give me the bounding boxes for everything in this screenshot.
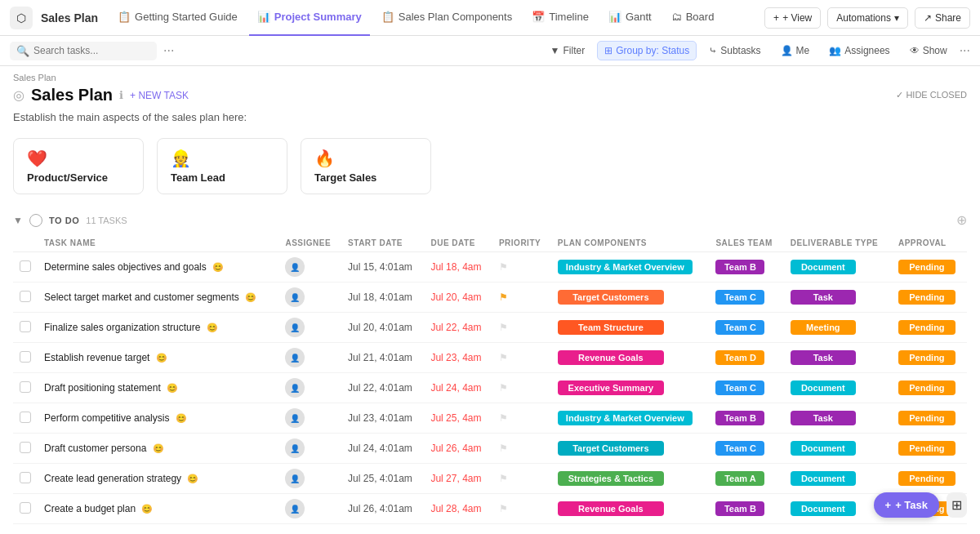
tab-project-summary[interactable]: 📊 Project Summary [249, 0, 370, 36]
row-task-name[interactable]: Determine sales objectives and goals 😊 [38, 252, 278, 283]
row-checkbox[interactable] [13, 464, 38, 494]
row-assignee[interactable]: 👤 [278, 464, 341, 494]
row-approval[interactable]: Pending [892, 283, 967, 313]
row-assignee[interactable]: 👤 [278, 283, 341, 313]
row-plan-component[interactable]: Revenue Goals [551, 343, 710, 373]
row-task-name[interactable]: Draft positioning statement 😊 [38, 373, 278, 403]
assignees-button[interactable]: 👥 Assignees [822, 41, 897, 60]
row-deliverable-type[interactable]: Meeting [784, 313, 892, 343]
row-plan-component[interactable]: Target Customers [551, 283, 710, 313]
row-plan-component[interactable]: Strategies & Tactics [551, 464, 710, 494]
tab-timeline[interactable]: 📅 Timeline [523, 0, 597, 36]
row-plan-component[interactable]: Revenue Goals [551, 494, 710, 524]
row-sales-team[interactable]: Team C [709, 434, 783, 464]
row-task-name[interactable]: Finalize sales organization structure 😊 [38, 313, 278, 343]
search-box[interactable]: 🔍 [10, 42, 157, 60]
subtasks-button[interactable]: ⤷ Subtasks [702, 41, 768, 60]
row-checkbox[interactable] [13, 403, 38, 434]
row-approval[interactable]: Pending [892, 434, 967, 464]
row-priority[interactable]: ⚑ [492, 403, 551, 434]
add-task-float-button[interactable]: + + Task [874, 492, 939, 518]
add-column-icon[interactable]: ⊕ [956, 212, 967, 228]
share-button[interactable]: ↗ Share [915, 7, 970, 29]
row-approval[interactable]: Pending [892, 343, 967, 373]
row-sales-team[interactable]: Team B [709, 252, 783, 283]
new-task-button[interactable]: + NEW TASK [130, 90, 189, 101]
row-assignee[interactable]: 👤 [278, 434, 341, 464]
row-task-name[interactable]: Draft customer persona 😊 [38, 434, 278, 464]
row-checkbox[interactable] [13, 252, 38, 283]
extra-options-icon[interactable]: ··· [960, 43, 970, 58]
row-sales-team[interactable]: Team D [709, 343, 783, 373]
row-deliverable-type[interactable]: Document [784, 434, 892, 464]
row-sales-team[interactable]: Team B [709, 494, 783, 524]
row-plan-component[interactable]: Industry & Market Overview [551, 403, 710, 434]
row-deliverable-type[interactable]: Task [784, 343, 892, 373]
row-plan-component[interactable]: Team Structure [551, 313, 710, 343]
row-sales-team[interactable]: Team A [709, 464, 783, 494]
row-assignee[interactable]: 👤 [278, 494, 341, 524]
row-plan-component[interactable]: Industry & Market Overview [551, 252, 710, 283]
row-checkbox[interactable] [13, 373, 38, 403]
info-icon[interactable]: ℹ [119, 89, 123, 101]
row-task-name[interactable]: Create lead generation strategy 😊 [38, 464, 278, 494]
row-checkbox[interactable] [13, 434, 38, 464]
row-approval[interactable]: Pending [892, 252, 967, 283]
row-checkbox[interactable] [13, 343, 38, 373]
row-sales-team[interactable]: Team B [709, 403, 783, 434]
show-button[interactable]: 👁 Show [902, 41, 955, 60]
tab-board[interactable]: 🗂 Board [663, 0, 723, 36]
row-start-date: Jul 23, 4:01am [341, 403, 424, 434]
more-options-icon[interactable]: ··· [163, 43, 174, 58]
row-deliverable-type[interactable]: Task [784, 283, 892, 313]
section-toggle[interactable]: ▼ [13, 215, 23, 226]
row-sales-team[interactable]: Team C [709, 283, 783, 313]
row-priority[interactable]: ⚑ [492, 313, 551, 343]
row-priority[interactable]: ⚑ [492, 283, 551, 313]
search-input[interactable] [33, 45, 150, 56]
automations-button[interactable]: Automations ▾ [827, 7, 908, 29]
row-approval[interactable]: Pending [892, 313, 967, 343]
row-task-name[interactable]: Perform competitive analysis 😊 [38, 403, 278, 434]
row-priority[interactable]: ⚑ [492, 494, 551, 524]
row-approval[interactable]: Pending [892, 373, 967, 403]
row-priority[interactable]: ⚑ [492, 373, 551, 403]
row-priority[interactable]: ⚑ [492, 464, 551, 494]
row-sales-team[interactable]: Team C [709, 373, 783, 403]
row-deliverable-type[interactable]: Document [784, 252, 892, 283]
row-assignee[interactable]: 👤 [278, 252, 341, 283]
grid-view-float-button[interactable]: ⊞ [947, 492, 967, 518]
tab-sales-plan-components[interactable]: 📋 Sales Plan Components [373, 0, 520, 36]
row-approval[interactable]: Pending [892, 464, 967, 494]
row-priority[interactable]: ⚑ [492, 434, 551, 464]
row-checkbox[interactable] [13, 283, 38, 313]
row-plan-component[interactable]: Target Customers [551, 434, 710, 464]
row-assignee[interactable]: 👤 [278, 373, 341, 403]
tab-gantt[interactable]: 📊 Gantt [600, 0, 660, 36]
row-priority[interactable]: ⚑ [492, 252, 551, 283]
tab-getting-started[interactable]: 📋 Getting Started Guide [109, 0, 246, 36]
row-task-name[interactable]: Create a budget plan 😊 [38, 494, 278, 524]
row-priority[interactable]: ⚑ [492, 343, 551, 373]
product-service-card: ❤️ Product/Service [13, 138, 144, 194]
row-checkbox[interactable] [13, 494, 38, 524]
filter-button[interactable]: ▼ Filter [543, 41, 593, 60]
row-deliverable-type[interactable]: Task [784, 403, 892, 434]
me-button[interactable]: 👤 Me [773, 41, 817, 60]
row-deliverable-type[interactable]: Document [784, 373, 892, 403]
row-plan-component[interactable]: Executive Summary [551, 373, 710, 403]
row-task-name[interactable]: Select target market and customer segmen… [38, 283, 278, 313]
row-assignee[interactable]: 👤 [278, 343, 341, 373]
view-plus-button[interactable]: + + View [764, 7, 821, 29]
row-task-name[interactable]: Establish revenue target 😊 [38, 343, 278, 373]
row-approval[interactable]: Pending [892, 403, 967, 434]
group-by-status-button[interactable]: ⊞ Group by: Status [597, 41, 697, 60]
row-sales-team[interactable]: Team C [709, 313, 783, 343]
row-assignee[interactable]: 👤 [278, 313, 341, 343]
table-row: Draft positioning statement 😊 👤 Jul 22, … [13, 373, 967, 403]
row-checkbox[interactable] [13, 313, 38, 343]
hide-closed-button[interactable]: ✓ HIDE CLOSED [896, 90, 967, 100]
row-assignee[interactable]: 👤 [278, 403, 341, 434]
row-deliverable-type[interactable]: Document [784, 464, 892, 494]
table-row: Create lead generation strategy 😊 👤 Jul … [13, 464, 967, 494]
